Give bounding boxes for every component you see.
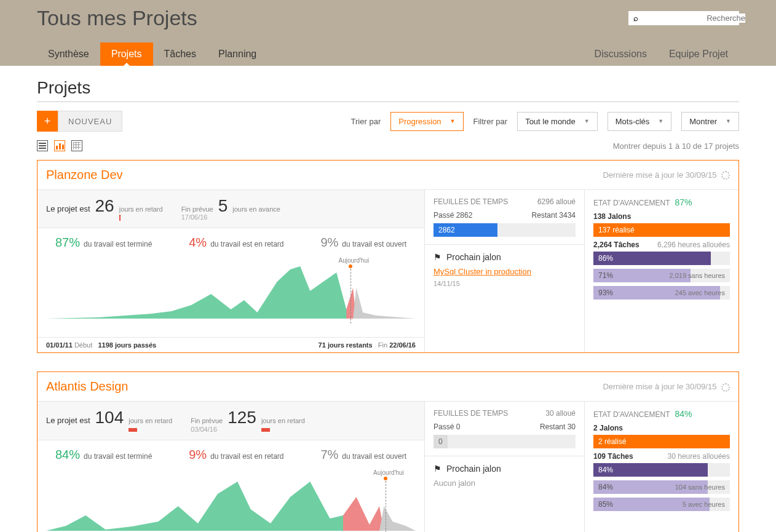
gear-icon[interactable] (721, 171, 730, 180)
work-open-text: du travail est ouvert (342, 240, 406, 248)
work-done-text: du travail est terminé (84, 452, 152, 461)
late-days: 26 (95, 196, 114, 216)
work-done-pct: 84% (55, 448, 80, 462)
search-box[interactable]: ⌕ (628, 11, 739, 25)
progress-title: ETAT D'AVANCEMENT (593, 410, 670, 419)
timesheet-title: FEUILLES DE TEMPS (434, 197, 508, 206)
tab-projets[interactable]: Projets (100, 42, 153, 66)
view-calendar-icon[interactable] (71, 140, 82, 151)
jalons-count: 2 Jalons (593, 424, 623, 432)
status-label: Le projet est (46, 204, 90, 213)
workload-chart: Aujourd'hui (38, 257, 424, 337)
jalons-bar: 137 réalisé (593, 223, 730, 237)
today-label: Aujourd'hui (373, 469, 404, 476)
time-past: Passé 2862 (434, 211, 472, 220)
search-input[interactable] (642, 14, 745, 23)
tab-planning[interactable]: Planning (207, 42, 267, 66)
late-text: jours en retard (129, 417, 172, 433)
tasks-bar: 86% (593, 252, 730, 265)
tab-taches[interactable]: Tâches (153, 42, 207, 66)
filter-keywords-dropdown[interactable]: Mots-clés ▼ (608, 112, 672, 131)
timeline-end-label: Fin (378, 341, 387, 349)
work-done-text: du travail est terminé (84, 240, 152, 248)
jalons-count: 138 Jalons (593, 212, 631, 221)
late-text: jours en retard (119, 205, 163, 221)
milestone-title: Prochain jalon (446, 464, 501, 474)
show-dropdown[interactable]: Montrer ▼ (681, 112, 739, 131)
project-name-link[interactable]: Planzone Dev (46, 168, 123, 182)
timeline-end: 22/06/16 (389, 341, 416, 349)
show-value: Montrer (689, 117, 717, 126)
svg-marker-0 (46, 266, 353, 319)
view-list-icon[interactable] (37, 140, 48, 151)
timeline-remaining: 71 jours restants (319, 341, 373, 349)
section-title: Projets (37, 78, 739, 102)
timesheet-alloc: 6296 alloué (537, 197, 576, 206)
work-late-text: du travail est en retard (210, 240, 283, 248)
tasks-count: 2,264 Tâches (593, 240, 639, 249)
tab-equipe[interactable]: Equipe Projet (658, 42, 739, 66)
last-updated: Dernière mise à jour le 30/09/15 (603, 170, 716, 180)
work-late-text: du travail est en retard (210, 452, 283, 461)
new-button[interactable]: NOUVEAU (58, 111, 122, 132)
caret-down-icon: ▼ (450, 118, 456, 124)
filter-people-value: Tout le monde (525, 117, 576, 126)
caret-down-icon: ▼ (658, 118, 663, 124)
timeline-start: 01/01/11 (46, 341, 73, 349)
tab-discussions[interactable]: Discussions (584, 42, 658, 66)
milestone-link[interactable]: MySql Cluster in production (434, 267, 576, 276)
late-days: 104 (95, 408, 124, 427)
timeline-start-label: Début (74, 341, 92, 349)
last-updated: Dernière mise à jour le 30/09/15 (603, 382, 716, 391)
work-late-pct: 9% (189, 448, 207, 462)
status-label: Le projet est (46, 416, 90, 425)
flag-icon: ⚑ (434, 253, 441, 261)
svg-marker-3 (46, 482, 356, 531)
search-icon: ⌕ (633, 14, 638, 23)
tasks-hours: 30 heures allouées (668, 452, 730, 461)
milestone-date: 14/11/15 (434, 280, 576, 287)
filter-keywords-value: Mots-clés (616, 117, 650, 126)
timesheet-alloc: 30 alloué (545, 409, 576, 418)
work-open-text: du travail est ouvert (342, 452, 406, 461)
milestone-none: Aucun jalon (434, 478, 576, 488)
page-title: Tous mes Projets (37, 6, 197, 30)
time-remaining: Restant 30 (540, 423, 576, 431)
svg-marker-2 (353, 288, 416, 319)
filter-label: Filtrer par (473, 117, 508, 126)
end-label: Fin prévue17/06/16 (181, 205, 213, 221)
tasks-bar: 84% (593, 463, 730, 477)
filter-people-dropdown[interactable]: Tout le monde ▼ (517, 112, 598, 131)
caret-down-icon: ▼ (584, 118, 590, 124)
sort-value: Progression (398, 117, 441, 126)
caret-down-icon: ▼ (726, 118, 731, 124)
no-hours-bar: 84%104 sans heures (593, 480, 730, 494)
progress-pct: 87% (675, 197, 692, 207)
gear-icon[interactable] (721, 383, 730, 392)
lead-days: 5 (218, 196, 228, 216)
work-open-pct: 7% (320, 448, 338, 462)
result-count: Montrer depuis 1 à 10 de 17 projets (613, 141, 739, 151)
no-hours-bar: 71%2,019 sans heures (593, 269, 730, 282)
time-bar: 2862 (434, 223, 576, 237)
add-button[interactable]: + (37, 111, 58, 132)
today-label: Aujourd'hui (338, 257, 369, 264)
tasks-count: 109 Tâches (593, 452, 633, 461)
milestone-title: Prochain jalon (446, 252, 501, 262)
workload-chart: Aujourd'hui (38, 469, 424, 532)
time-bar: 0 (434, 435, 576, 448)
flag-icon: ⚑ (434, 464, 441, 473)
timesheet-title: FEUILLES DE TEMPS (434, 409, 508, 418)
project-name-link[interactable]: Atlantis Design (46, 379, 128, 394)
tab-synthese[interactable]: Synthèse (37, 42, 100, 66)
time-past: Passé 0 (434, 423, 460, 431)
project-card: Atlantis Design Dernière mise à jour le … (37, 371, 739, 532)
view-chart-icon[interactable] (54, 140, 65, 151)
with-hours-bar: 85%5 avec heures (593, 498, 730, 511)
sort-dropdown[interactable]: Progression ▼ (390, 112, 463, 131)
jalons-bar: 2 réalisé (593, 435, 730, 448)
project-card: Planzone Dev Dernière mise à jour le 30/… (37, 160, 739, 353)
tasks-hours: 6,296 heures allouées (657, 240, 730, 249)
progress-title: ETAT D'AVANCEMENT (593, 199, 670, 207)
lead-text: jours en retard (261, 417, 305, 433)
